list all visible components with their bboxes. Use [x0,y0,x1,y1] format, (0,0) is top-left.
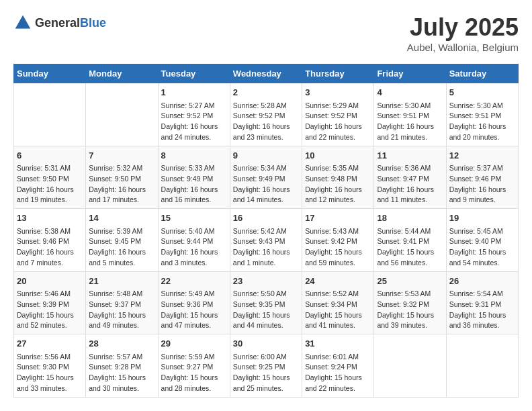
calendar-cell: 31Sunrise: 6:01 AMSunset: 9:24 PMDayligh… [302,334,374,398]
cell-info: Daylight: 16 hours and 23 minutes. [233,122,299,143]
cell-info: Sunrise: 5:45 AM [449,226,515,237]
cell-info: Daylight: 15 hours and 36 minutes. [449,310,515,332]
cell-info: Sunset: 9:51 PM [377,111,443,122]
calendar-week-1: 1Sunrise: 5:27 AMSunset: 9:52 PMDaylight… [14,83,519,146]
cell-info: Sunrise: 5:42 AM [233,226,299,237]
calendar-cell: 18Sunrise: 5:44 AMSunset: 9:41 PMDayligh… [374,209,446,272]
day-number: 30 [233,337,299,351]
cell-info: Sunset: 9:31 PM [449,300,515,310]
day-number: 23 [233,275,299,288]
calendar-cell [14,83,86,146]
cell-info: Daylight: 16 hours and 24 minutes. [161,122,227,143]
cell-info: Sunset: 9:45 PM [89,236,154,247]
cell-info: Daylight: 16 hours and 11 minutes. [377,185,443,206]
cell-info: Sunrise: 5:56 AM [17,352,83,363]
cell-info: Sunrise: 5:49 AM [161,289,227,300]
cell-info: Sunrise: 5:35 AM [305,163,371,174]
cell-info: Daylight: 15 hours and 54 minutes. [449,247,515,269]
calendar-cell: 27Sunrise: 5:56 AMSunset: 9:30 PMDayligh… [14,334,86,398]
cell-info: Sunrise: 5:53 AM [377,289,443,300]
cell-info: Sunset: 9:52 PM [161,111,227,122]
cell-info: Sunset: 9:52 PM [305,111,371,122]
calendar-cell: 28Sunrise: 5:57 AMSunset: 9:28 PMDayligh… [86,334,158,398]
day-number: 26 [449,275,515,288]
calendar-cell: 30Sunrise: 6:00 AMSunset: 9:25 PMDayligh… [230,334,302,398]
cell-info: Sunset: 9:52 PM [233,111,299,122]
cell-info: Sunrise: 5:32 AM [89,163,154,174]
cell-info: Daylight: 16 hours and 7 minutes. [17,247,83,269]
header-day-wednesday: Wednesday [230,64,302,83]
cell-info: Sunrise: 5:40 AM [161,226,227,237]
cell-info: Sunset: 9:51 PM [449,111,515,122]
day-number: 20 [17,275,83,288]
calendar-cell: 17Sunrise: 5:43 AMSunset: 9:42 PMDayligh… [302,209,374,272]
day-number: 7 [89,149,154,163]
cell-info: Sunrise: 5:33 AM [161,163,227,174]
cell-info: Daylight: 16 hours and 16 minutes. [161,185,227,206]
calendar-cell: 1Sunrise: 5:27 AMSunset: 9:52 PMDaylight… [158,83,230,146]
day-number: 14 [89,212,154,225]
day-number: 4 [377,86,443,99]
day-number: 19 [449,212,515,225]
cell-info: Sunset: 9:40 PM [449,236,515,247]
cell-info: Sunset: 9:49 PM [161,174,227,185]
cell-info: Daylight: 15 hours and 22 minutes. [305,373,371,394]
calendar-cell: 5Sunrise: 5:30 AMSunset: 9:51 PMDaylight… [446,83,518,146]
calendar-cell: 13Sunrise: 5:38 AMSunset: 9:46 PMDayligh… [14,209,86,272]
cell-info: Daylight: 16 hours and 12 minutes. [305,185,371,206]
cell-info: Daylight: 15 hours and 44 minutes. [233,310,299,332]
calendar-cell: 20Sunrise: 5:46 AMSunset: 9:39 PMDayligh… [14,271,86,334]
calendar-cell: 24Sunrise: 5:52 AMSunset: 9:34 PMDayligh… [302,271,374,334]
cell-info: Sunset: 9:50 PM [89,174,154,185]
day-number: 3 [305,86,371,99]
logo-icon [13,13,32,32]
cell-info: Sunrise: 5:50 AM [233,289,299,300]
calendar-cell: 2Sunrise: 5:28 AMSunset: 9:52 PMDaylight… [230,83,302,146]
cell-info: Sunrise: 5:39 AM [89,226,154,237]
calendar-table: SundayMondayTuesdayWednesdayThursdayFrid… [13,64,519,398]
cell-info: Daylight: 16 hours and 5 minutes. [89,247,154,269]
day-number: 8 [161,149,227,163]
cell-info: Daylight: 16 hours and 17 minutes. [89,185,154,206]
cell-info: Sunrise: 5:30 AM [449,101,515,111]
calendar-title: July 2025 [407,13,519,42]
calendar-week-5: 27Sunrise: 5:56 AMSunset: 9:30 PMDayligh… [14,334,519,398]
cell-info: Sunset: 9:24 PM [305,362,371,373]
header-day-saturday: Saturday [446,64,518,83]
calendar-cell: 10Sunrise: 5:35 AMSunset: 9:48 PMDayligh… [302,146,374,209]
cell-info: Daylight: 15 hours and 39 minutes. [377,310,443,332]
calendar-cell: 3Sunrise: 5:29 AMSunset: 9:52 PMDaylight… [302,83,374,146]
cell-info: Sunset: 9:37 PM [89,300,154,310]
day-number: 15 [161,212,227,225]
cell-info: Daylight: 16 hours and 3 minutes. [161,247,227,269]
calendar-week-4: 20Sunrise: 5:46 AMSunset: 9:39 PMDayligh… [14,271,519,334]
cell-info: Daylight: 16 hours and 9 minutes. [449,185,515,206]
calendar-week-3: 13Sunrise: 5:38 AMSunset: 9:46 PMDayligh… [14,209,519,272]
day-number: 1 [161,86,227,99]
day-number: 9 [233,149,299,163]
day-number: 24 [305,275,371,288]
cell-info: Sunset: 9:28 PM [89,362,154,373]
cell-info: Sunrise: 5:28 AM [233,101,299,111]
cell-info: Sunset: 9:41 PM [377,236,443,247]
calendar-cell: 12Sunrise: 5:37 AMSunset: 9:46 PMDayligh… [446,146,518,209]
cell-info: Sunset: 9:43 PM [233,236,299,247]
calendar-cell: 14Sunrise: 5:39 AMSunset: 9:45 PMDayligh… [86,209,158,272]
day-number: 28 [89,337,154,351]
day-number: 16 [233,212,299,225]
svg-marker-1 [15,15,30,29]
cell-info: Sunrise: 5:37 AM [449,163,515,174]
calendar-cell: 29Sunrise: 5:59 AMSunset: 9:27 PMDayligh… [158,334,230,398]
cell-info: Sunrise: 5:57 AM [89,352,154,363]
cell-info: Sunrise: 5:31 AM [17,163,83,174]
cell-info: Sunset: 9:30 PM [17,362,83,373]
calendar-cell [86,83,158,146]
calendar-cell: 6Sunrise: 5:31 AMSunset: 9:50 PMDaylight… [14,146,86,209]
calendar-cell: 7Sunrise: 5:32 AMSunset: 9:50 PMDaylight… [86,146,158,209]
calendar-cell: 15Sunrise: 5:40 AMSunset: 9:44 PMDayligh… [158,209,230,272]
cell-info: Daylight: 15 hours and 25 minutes. [233,373,299,394]
cell-info: Sunset: 9:46 PM [17,236,83,247]
header-day-sunday: Sunday [14,64,86,83]
cell-info: Sunset: 9:46 PM [449,174,515,185]
day-number: 18 [377,212,443,225]
